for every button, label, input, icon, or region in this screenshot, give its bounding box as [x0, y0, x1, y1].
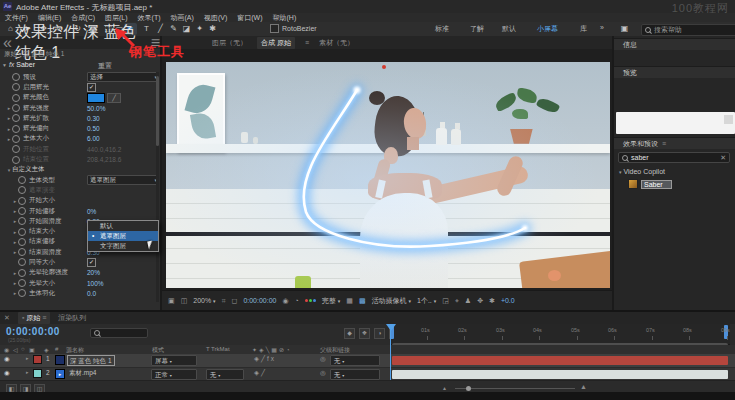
tab-preview[interactable]: 预览 — [614, 66, 735, 78]
time-ruler[interactable]: 01s 02s 03s 04s 05s 06s 07s 08s 09s — [390, 324, 730, 345]
flowchart-icon[interactable]: ✥ — [477, 297, 483, 305]
group-customize-core[interactable]: ▾自定义主体 — [0, 165, 160, 175]
stopwatch-icon[interactable] — [12, 104, 20, 112]
help-search-input[interactable]: 搜索帮助 — [641, 24, 735, 36]
tab-composition[interactable]: 合成 原始 — [257, 37, 295, 49]
transparency-grid-icon[interactable]: ▩ — [359, 297, 366, 305]
stopwatch-icon[interactable] — [18, 269, 26, 277]
stopwatch-icon[interactable] — [18, 228, 26, 236]
stopwatch-icon[interactable] — [18, 238, 26, 246]
show-snapshot-icon[interactable]: ◔ — [295, 297, 299, 304]
always-preview-icon[interactable]: ▣ — [168, 297, 175, 305]
timeline-timecode[interactable]: 0:00:00:00 — [6, 326, 60, 337]
panel-menu-icon[interactable]: ≡ — [662, 140, 666, 147]
shy-layers-icon[interactable]: ◆ — [344, 328, 355, 339]
pixel-aspect-icon[interactable]: ◲ — [442, 297, 449, 305]
parent-dropdown[interactable]: 无 ▾ — [330, 369, 380, 380]
effects-group-video-copilot[interactable]: ▾ Video Copilot — [619, 168, 665, 175]
tab-render-queue[interactable]: 渲染队列 — [58, 313, 86, 323]
workspace-libraries[interactable]: 库 — [580, 24, 587, 34]
timeline-zoom-knob[interactable] — [466, 386, 471, 391]
workspace-overflow-chevron[interactable]: » — [600, 24, 604, 31]
effects-item-saber[interactable]: Saber — [628, 179, 672, 189]
preset-dropdown[interactable]: 选择▾ — [87, 72, 159, 82]
fast-previews-icon[interactable]: ⌖ — [455, 297, 459, 305]
composition-frame[interactable] — [166, 62, 610, 288]
timeline-button-icon[interactable]: ♟ — [465, 297, 471, 305]
tab-effects-presets[interactable]: 效果和预设 ≡ — [614, 137, 735, 149]
workspace-default[interactable]: 默认 — [502, 24, 516, 34]
menu-animation[interactable]: 动画(A) — [166, 13, 199, 23]
layer-switches-icons[interactable]: ◈╱ — [254, 369, 267, 377]
active-camera-dropdown[interactable]: 活动摄像机 ▾ — [372, 296, 411, 306]
layer-duration-bar[interactable] — [392, 370, 728, 379]
eye-icon[interactable]: ◉ — [4, 355, 10, 363]
value-glow-intensity[interactable]: 50.0% — [87, 105, 105, 112]
layer-name[interactable]: 素材.mp4 — [69, 369, 96, 378]
label-color-chip[interactable] — [33, 355, 42, 364]
label-color-chip[interactable] — [33, 369, 42, 378]
workspace-icon[interactable]: ▣ — [618, 23, 631, 35]
expand-chevron-icon[interactable]: ▸ — [26, 355, 29, 361]
stopwatch-icon[interactable] — [18, 279, 26, 287]
uniform-size-checkbox[interactable]: ✓ — [87, 258, 96, 267]
enable-glow-checkbox[interactable]: ✓ — [87, 83, 96, 92]
menu-help[interactable]: 帮助(H) — [268, 13, 302, 23]
workspace-learn[interactable]: 了解 — [470, 24, 484, 34]
stopwatch-icon[interactable] — [12, 94, 20, 102]
value-core-size[interactable]: 6.00 — [87, 135, 100, 142]
stopwatch-icon[interactable] — [12, 114, 20, 122]
trkmat-dropdown[interactable]: 无 ▾ — [206, 369, 244, 380]
effect-panel-scrollbar[interactable] — [156, 72, 159, 302]
blend-mode-dropdown[interactable]: 正常 ▾ — [151, 369, 197, 380]
pickwhip-icon[interactable]: ◎ — [320, 369, 326, 377]
clear-search-icon[interactable]: ✕ — [720, 154, 726, 162]
effect-expand-icon[interactable]: ▼ — [2, 62, 7, 68]
menu-view[interactable]: 视图(V) — [199, 13, 232, 23]
stopwatch-icon[interactable] — [12, 73, 20, 81]
stopwatch-icon[interactable] — [18, 289, 26, 297]
stopwatch-icon[interactable] — [12, 135, 20, 143]
layer-row-1[interactable]: ◉ ▸ 1 深 蓝色 纯色 1 屏幕 ▾ ◈╱fx ◎ 无 ▾ — [0, 354, 735, 367]
rotobezier-toggle[interactable]: RotoBezier — [270, 24, 317, 33]
value-glow-bias[interactable]: 0.50 — [87, 125, 100, 132]
timeline-search-input[interactable] — [90, 328, 148, 338]
panel-menu-icon[interactable]: ≡ — [305, 39, 309, 46]
snapshot-camera-icon[interactable]: ◉ — [282, 297, 288, 305]
tab-info[interactable]: 信息 — [614, 38, 735, 50]
workspace-small-screen[interactable]: 小屏幕 — [537, 24, 558, 34]
stopwatch-icon[interactable] — [18, 197, 26, 205]
region-of-interest-icon[interactable]: ▦ — [346, 297, 353, 305]
eyedropper-icon[interactable]: ╱ — [107, 93, 121, 103]
channel-colors-icon[interactable] — [305, 299, 316, 302]
panel-collapse-icon[interactable]: « — [3, 34, 12, 52]
menu-window[interactable]: 窗口(W) — [232, 13, 267, 23]
zoom-in-mountain-icon[interactable]: ▲ — [580, 383, 587, 390]
view-layout-dropdown[interactable]: 1个.. ▾ — [417, 296, 436, 306]
layer-switches-icons[interactable]: ◈╱fx — [254, 355, 276, 363]
pickwhip-icon[interactable]: ◎ — [320, 355, 326, 363]
stopwatch-icon[interactable] — [18, 258, 26, 266]
tab-footage[interactable]: 素材（无） — [319, 38, 354, 48]
layer-name[interactable]: 深 蓝色 纯色 1 — [67, 355, 115, 366]
eraser-tool-icon[interactable]: ◪ — [180, 23, 193, 35]
workspace-standard[interactable]: 标准 — [435, 24, 449, 34]
parent-dropdown[interactable]: 无 ▾ — [330, 355, 380, 366]
mask-visibility-icon[interactable]: ◻ — [232, 297, 238, 305]
stopwatch-icon[interactable] — [18, 248, 26, 256]
magnification-icon[interactable]: ◫ — [181, 297, 188, 305]
stopwatch-icon[interactable] — [18, 176, 26, 184]
dropdown-option-default[interactable]: 默认 — [88, 221, 158, 231]
stopwatch-icon[interactable] — [12, 83, 20, 91]
stopwatch-icon[interactable] — [12, 125, 20, 133]
grid-guides-icon[interactable]: ⌗ — [222, 297, 226, 305]
zoom-level-dropdown[interactable]: 200% ▾ — [193, 297, 215, 304]
stopwatch-icon[interactable] — [18, 217, 26, 225]
motion-blur-icon[interactable]: ◑ — [374, 328, 385, 339]
close-icon[interactable]: ✕ — [4, 314, 10, 322]
exposure-value[interactable]: +0.0 — [501, 297, 515, 304]
roto-brush-tool-icon[interactable]: ✦ — [193, 23, 206, 35]
tab-layer[interactable]: 图层（无） — [212, 38, 247, 48]
layer-duration-bar[interactable] — [392, 356, 728, 365]
value-glow-spread[interactable]: 0.30 — [87, 115, 100, 122]
